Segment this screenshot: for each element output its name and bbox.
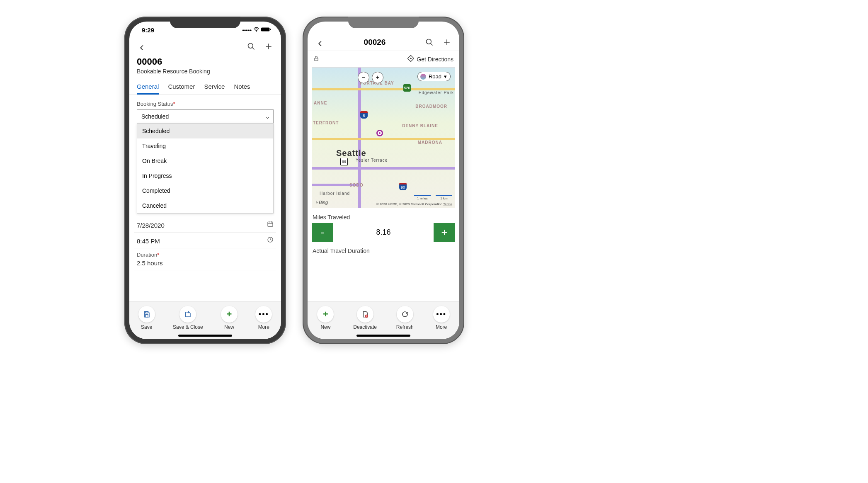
home-indicator[interactable] xyxy=(356,335,410,337)
lock-icon xyxy=(313,56,319,63)
back-button[interactable] xyxy=(315,37,325,47)
page-title: 00026 xyxy=(325,38,424,47)
miles-increment[interactable]: + xyxy=(434,223,455,242)
calendar-icon xyxy=(267,221,274,229)
deactivate-button[interactable]: Deactivate xyxy=(353,306,377,330)
option-completed[interactable]: Completed xyxy=(137,183,273,198)
map-label-denny: DENNY BLAINE xyxy=(402,124,438,128)
duration-value: 2.5 hours xyxy=(137,260,274,267)
status-icons: ••••• xyxy=(242,27,271,33)
nav-row xyxy=(129,38,281,55)
booking-status-dropdown: Scheduled Traveling On Break In Progress… xyxy=(137,123,274,214)
content-left: Booking Status* Scheduled ⌵ Scheduled Tr… xyxy=(129,95,281,301)
get-directions-button[interactable]: Get Directions xyxy=(407,55,453,63)
more-button[interactable]: ••• More xyxy=(433,306,450,330)
screen-left: 9:29 ••••• xyxy=(129,22,281,339)
home-indicator[interactable] xyxy=(178,335,232,337)
tab-general[interactable]: General xyxy=(137,79,159,95)
save-button[interactable]: Save xyxy=(138,306,155,330)
back-button[interactable] xyxy=(137,41,147,51)
refresh-button[interactable]: Refresh xyxy=(396,306,414,330)
svg-line-4 xyxy=(252,48,255,50)
clock-icon xyxy=(267,236,274,245)
svg-rect-2 xyxy=(270,29,271,30)
battery-icon xyxy=(261,27,271,33)
svg-rect-21 xyxy=(315,58,318,61)
chevron-down-icon: ⌵ xyxy=(266,113,269,120)
map-zoom-in[interactable]: + xyxy=(372,72,383,83)
map-label-anne: ANNE xyxy=(314,101,327,105)
sub-row: Get Directions xyxy=(308,51,459,67)
option-on-break[interactable]: On Break xyxy=(137,153,273,168)
new-icon: + xyxy=(317,306,334,323)
map-label-yesler: Yesler Terrace xyxy=(356,158,388,163)
time-field[interactable]: 8:45 PM xyxy=(134,233,276,248)
record-title: 00006 xyxy=(137,56,274,67)
map-scale: 1 miles 1 km xyxy=(414,195,452,200)
map[interactable]: PORTAGE BAY Edgewater Park BROADMOOR DEN… xyxy=(312,67,455,208)
map-terms-link[interactable]: Terms xyxy=(443,202,452,206)
miles-decrement[interactable]: - xyxy=(312,223,333,242)
map-label-sodo: SODO xyxy=(349,183,363,187)
map-label-madrona: MADRONA xyxy=(418,140,442,145)
search-icon[interactable] xyxy=(246,41,256,51)
map-label-edgewater: Edgewater Park xyxy=(419,90,454,95)
directions-icon xyxy=(407,55,414,63)
new-button[interactable]: + New xyxy=(221,306,238,330)
new-icon: + xyxy=(221,306,238,323)
search-icon[interactable] xyxy=(424,37,434,47)
phone-frame-left: 9:29 ••••• xyxy=(124,17,286,344)
booking-status-select[interactable]: Scheduled ⌵ xyxy=(137,109,274,124)
signal-icon: ••••• xyxy=(242,27,252,33)
wifi-icon xyxy=(253,27,259,33)
map-attribution: © 2020 HERE, © 2020 Microsoft Corporatio… xyxy=(376,202,452,206)
phone-frame-right: 00026 G xyxy=(303,17,464,344)
miles-traveled-label: Miles Traveled xyxy=(312,214,455,223)
date-field[interactable]: 7/28/2020 xyxy=(134,217,276,233)
booking-status-value: Scheduled xyxy=(141,113,169,120)
tab-customer[interactable]: Customer xyxy=(168,79,195,95)
add-icon[interactable] xyxy=(264,41,274,51)
save-close-icon xyxy=(179,306,196,323)
bottom-bar-right: + New Deactivate Refresh ••• xyxy=(308,301,459,339)
option-in-progress[interactable]: In Progress xyxy=(137,168,273,183)
map-shield-520: 520 xyxy=(403,84,411,92)
map-label-harbor: Harbor Island xyxy=(320,191,350,196)
time-value: 8:45 PM xyxy=(137,238,160,245)
duration-label: Duration* xyxy=(137,252,274,258)
map-shield-i5: 5 xyxy=(360,111,368,119)
chevron-down-icon: ▾ xyxy=(444,73,447,80)
add-icon[interactable] xyxy=(442,37,452,47)
more-button[interactable]: ••• More xyxy=(255,306,272,330)
miles-value[interactable]: 8.16 xyxy=(333,223,434,242)
svg-rect-1 xyxy=(261,27,269,31)
bottom-bar-left: Save Save & Close + New ••• More xyxy=(129,301,281,339)
svg-line-18 xyxy=(431,44,433,46)
tab-service[interactable]: Service xyxy=(204,79,225,95)
nav-row-right: 00026 xyxy=(308,34,459,51)
actual-travel-duration-label: Actual Travel Duration xyxy=(308,242,459,254)
map-type-select[interactable]: Road ▾ xyxy=(417,72,451,81)
phone-notch xyxy=(170,17,240,28)
title-block: 00006 Bookable Resource Booking xyxy=(129,55,281,79)
get-directions-label: Get Directions xyxy=(417,56,453,63)
map-city-label: Seattle xyxy=(336,148,366,158)
map-zoom-out[interactable]: − xyxy=(358,72,369,83)
option-traveling[interactable]: Traveling xyxy=(137,138,273,153)
save-close-button[interactable]: Save & Close xyxy=(173,306,203,330)
more-icon: ••• xyxy=(255,306,272,323)
option-scheduled[interactable]: Scheduled xyxy=(137,124,273,138)
map-shield-i90: 90 xyxy=(399,183,407,190)
option-canceled[interactable]: Canceled xyxy=(137,198,273,213)
map-type-icon xyxy=(420,74,426,80)
svg-line-13 xyxy=(270,240,272,240)
tab-notes[interactable]: Notes xyxy=(234,79,250,95)
save-icon xyxy=(138,306,155,323)
refresh-icon xyxy=(397,306,413,323)
deactivate-icon xyxy=(357,306,373,323)
duration-field[interactable]: Duration* 2.5 hours xyxy=(134,248,276,270)
map-label-broadmoor: BROADMOOR xyxy=(415,104,447,109)
bing-logo: ♭ Bing xyxy=(315,200,328,205)
new-button[interactable]: + New xyxy=(317,306,334,330)
svg-rect-7 xyxy=(268,222,273,226)
